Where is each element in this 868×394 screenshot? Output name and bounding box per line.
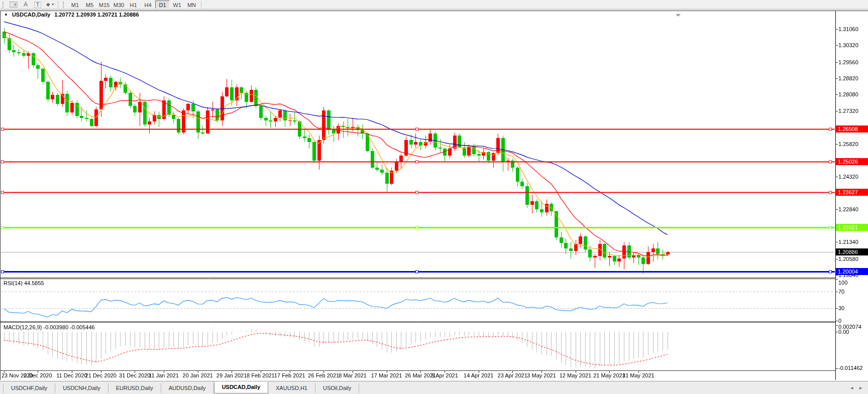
macd-axis-label: -0.011462 <box>838 364 863 371</box>
chart-symbol-period: USDCAD,Daily <box>12 12 50 18</box>
chart-tab-bar: USDCHF,DailyUSDCNH,DailyEURUSD,DailyAUDU… <box>0 381 868 394</box>
chart-ohlc-values: 1.20772 1.20939 1.20721 1.20886 <box>54 12 139 18</box>
price-axis-label: 1.30320 <box>838 42 858 49</box>
text-label-tool-button[interactable]: A <box>20 1 32 9</box>
price-level-badge: 1.20004 <box>836 268 868 275</box>
shapes-tool-button[interactable]: ❖▾ <box>44 1 56 9</box>
timeframe-button-h4[interactable]: H4 <box>141 1 155 9</box>
drawing-tools-group: FAT❖▾ <box>8 1 56 9</box>
chart-title: ▼ USDCAD,Daily 1.20772 1.20939 1.20721 1… <box>4 12 139 18</box>
timeframe-button-m30[interactable]: M30 <box>112 1 126 9</box>
date-axis-label: 11 Jan 2021 <box>149 372 179 378</box>
price-level-badge: 1.25026 <box>836 158 868 165</box>
date-axis-label: 11 Dec 2020 <box>56 372 87 378</box>
date-axis-label: 21 May 2021 <box>593 372 625 378</box>
date-axis-label: 5 Apr 2021 <box>431 372 458 378</box>
price-level-badge: 1.22021 <box>836 224 868 231</box>
price-axis-label: 1.20580 <box>838 255 858 262</box>
date-axis-label: 17 Feb 2021 <box>274 372 305 378</box>
price-level-badge: 1.23627 <box>836 189 868 196</box>
timeframe-button-w1[interactable]: W1 <box>170 1 184 9</box>
tab-audusd-daily[interactable]: AUDUSD,Daily <box>161 383 214 393</box>
tab-usdcnh-daily[interactable]: USDCNH,Daily <box>55 383 108 393</box>
timeframe-button-m1[interactable]: M1 <box>68 1 82 9</box>
price-axis-label: 1.25820 <box>838 141 858 148</box>
tab-scroll-right-icon[interactable]: ► <box>858 385 863 390</box>
date-axis-label: 21 Dec 2020 <box>85 372 117 378</box>
shapes-tool-icon: ❖ <box>46 2 50 8</box>
price-axis-label: 1.29560 <box>838 59 858 66</box>
price-axis-label: 1.22840 <box>838 206 858 213</box>
timeframe-button-m15[interactable]: M15 <box>97 1 112 9</box>
rsi-axis-label: 30 <box>838 305 844 312</box>
toolbar-separator <box>58 1 58 9</box>
price-axis-label: 1.31060 <box>838 26 858 33</box>
date-axis-label: 8 Mar 2021 <box>339 372 367 378</box>
date-axis-label: 17 Mar 2021 <box>371 372 402 378</box>
date-axis-label: 26 Feb 2021 <box>308 372 339 378</box>
price-level-badge: 1.26508 <box>836 125 868 133</box>
tab-eurusd-daily[interactable]: EURUSD,Daily <box>108 383 161 393</box>
price-axis-label: 1.24320 <box>838 173 858 180</box>
text-tool-button[interactable]: T <box>32 1 44 9</box>
date-axis-label: 29 Jan 2021 <box>216 372 247 378</box>
tab-scroll-left-icon[interactable]: ◄ <box>849 385 854 390</box>
rsi-axis-label: 70 <box>838 288 844 295</box>
chevron-down-icon: ▾ <box>52 3 54 7</box>
timeframes-group: M1M5M15M30H1H4D1W1MN <box>68 1 199 9</box>
fibonacci-tool-button[interactable]: F <box>8 1 20 9</box>
date-axis-label: 31 May 2021 <box>622 372 655 378</box>
rsi-indicator-label: RSI(14) 44.5855 <box>4 280 44 286</box>
chart-menu-arrow-icon[interactable]: ▼ <box>4 12 8 18</box>
date-axis-label: 14 Apr 2021 <box>464 372 493 378</box>
text-label-tool-icon: A <box>24 1 28 8</box>
timeframe-button-d1[interactable]: D1 <box>155 1 170 9</box>
mt4-terminal: FAT❖▾ M1M5M15M30H1H4D1W1MN ▼ USDCAD,Dail… <box>0 0 868 394</box>
date-axis-label: 12 May 2021 <box>560 372 592 378</box>
toolbar-separator <box>201 1 201 9</box>
fibonacci-tool-icon: F <box>10 2 18 8</box>
date-axis-label: 23 Apr 2021 <box>498 372 527 378</box>
toolbar-grip[interactable] <box>63 2 65 8</box>
top-toolbar: FAT❖▾ M1M5M15M30H1H4D1W1MN <box>0 0 868 10</box>
price-axis-label: 1.28820 <box>838 75 858 82</box>
price-axis-label: 1.21340 <box>838 238 858 245</box>
date-axis-label: 20 Jan 2021 <box>182 372 213 378</box>
timeframe-button-mn[interactable]: MN <box>184 1 199 9</box>
tab-usdchf-daily[interactable]: USDCHF,Daily <box>3 383 55 393</box>
macd-axis-label: 0.00 <box>838 328 849 335</box>
chart-canvas[interactable] <box>0 0 868 394</box>
current-price-badge: 1.20886 <box>836 248 868 255</box>
date-axis-label: 31 Dec 2020 <box>119 372 150 378</box>
price-axis-label: 1.27320 <box>838 107 858 114</box>
tab-xauusd-h1[interactable]: XAUUSD,H1 <box>268 383 315 393</box>
date-axis-label: 3 May 2021 <box>527 372 556 378</box>
price-axis-label: 1.28080 <box>838 91 858 98</box>
timeframe-button-h1[interactable]: H1 <box>126 1 141 9</box>
toolbar-grip[interactable] <box>3 2 5 8</box>
date-axis-label: 8 Feb 2021 <box>247 372 275 378</box>
macd-indicator-label: MACD(12,26,9) -0.003980 -0.005446 <box>4 324 95 330</box>
rsi-axis-label: 100 <box>838 279 847 286</box>
tab-usoil-daily[interactable]: USOil,Daily <box>315 383 359 393</box>
timeframe-button-m5[interactable]: M5 <box>82 1 97 9</box>
text-tool-icon: T <box>34 2 41 8</box>
date-axis-label: 2 Dec 2020 <box>24 372 52 378</box>
tab-scroll-arrows: ◄► <box>845 385 863 390</box>
chart-tabs: USDCHF,DailyUSDCNH,DailyEURUSD,DailyAUDU… <box>0 381 359 393</box>
tab-usdcad-daily[interactable]: USDCAD,Daily <box>214 381 268 393</box>
